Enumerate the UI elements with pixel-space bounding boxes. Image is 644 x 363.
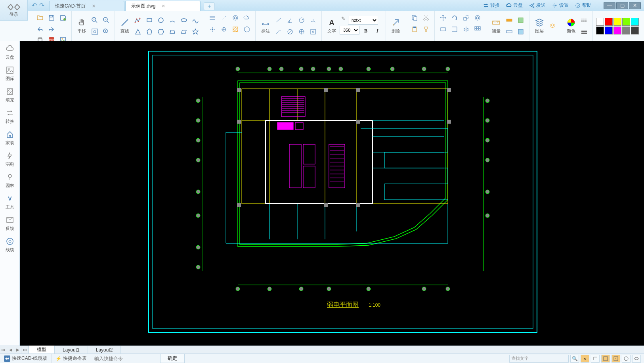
redo-button[interactable] xyxy=(46,24,57,34)
measure-id-icon[interactable] xyxy=(516,27,526,37)
polar-button[interactable] xyxy=(622,355,631,363)
close-icon[interactable]: × xyxy=(92,3,95,9)
color-white[interactable] xyxy=(596,18,604,26)
dim-radius-icon[interactable] xyxy=(296,15,307,25)
cut-button[interactable] xyxy=(421,13,431,23)
dim-ordinate-icon[interactable] xyxy=(296,27,307,37)
new-tab-button[interactable]: + xyxy=(204,2,215,10)
settings-button[interactable]: 设置 xyxy=(552,2,569,9)
layer-manager-icon[interactable] xyxy=(547,21,558,31)
sidebar-tools[interactable]: V工具 xyxy=(6,194,14,210)
send-button[interactable]: 发送 xyxy=(529,2,546,9)
measure-dist-icon[interactable] xyxy=(504,15,514,25)
save-button[interactable] xyxy=(46,13,57,23)
close-window-button[interactable]: ✕ xyxy=(629,2,641,9)
star-tool[interactable] xyxy=(190,27,201,37)
spline-tool[interactable] xyxy=(190,15,201,25)
help-button[interactable]: ? 帮助 xyxy=(575,2,592,9)
dim-arc-icon[interactable] xyxy=(308,15,318,25)
offset-button[interactable] xyxy=(472,13,483,23)
hexagon-tool[interactable] xyxy=(156,27,166,37)
drawing-canvas[interactable]: 弱电平面图 1:100 xyxy=(20,41,644,346)
arc-tool[interactable] xyxy=(167,15,178,25)
measure-area-icon[interactable] xyxy=(516,15,526,25)
leader-tool[interactable] xyxy=(273,27,284,37)
ellipse-tool[interactable] xyxy=(179,15,189,25)
xline-tool[interactable] xyxy=(207,13,218,23)
sidebar-fill[interactable]: 填充 xyxy=(6,87,14,103)
trim-button[interactable] xyxy=(438,24,448,34)
point-tool[interactable] xyxy=(207,24,218,34)
size-combo[interactable]: 350 xyxy=(340,26,359,34)
forward-button[interactable]: ↷ xyxy=(39,2,44,9)
sidebar-garden[interactable]: 园林 xyxy=(6,173,14,189)
sidebar-feedback[interactable]: 反馈 xyxy=(6,216,14,231)
measure-angle-icon[interactable] xyxy=(504,27,514,37)
tab-example-dwg[interactable]: 示例图.dwg × xyxy=(125,1,201,11)
maximize-button[interactable]: ▢ xyxy=(616,2,628,9)
polyline-tool[interactable] xyxy=(133,15,143,25)
color-black[interactable] xyxy=(596,27,604,34)
dimension-tool[interactable]: 标注 xyxy=(259,16,272,36)
color-yellow[interactable] xyxy=(613,18,621,26)
zoom-extents-button[interactable] xyxy=(90,27,100,37)
zoom-window-button[interactable]: + xyxy=(90,15,100,25)
linetype-icon[interactable] xyxy=(579,15,589,25)
color-cyan[interactable] xyxy=(631,18,639,26)
format-painter-button[interactable] xyxy=(421,24,431,34)
text-tool[interactable]: A 文字 xyxy=(325,16,338,36)
minimize-button[interactable]: — xyxy=(604,2,615,9)
measure-tool[interactable]: 测量 xyxy=(489,16,503,36)
array-button[interactable] xyxy=(472,24,483,34)
cloud-button[interactable]: 云盘 xyxy=(506,2,523,9)
layout2-tab[interactable]: Layout2 xyxy=(88,346,121,353)
lineweight-icon[interactable] xyxy=(579,27,589,37)
grid-button[interactable] xyxy=(601,355,610,363)
dim-linear-icon[interactable] xyxy=(273,15,284,25)
circle-tool[interactable] xyxy=(156,15,166,25)
saveas-button[interactable] xyxy=(58,13,68,23)
trapezoid-tool[interactable] xyxy=(167,27,178,37)
osnap-button[interactable] xyxy=(612,355,620,363)
close-icon[interactable]: × xyxy=(162,3,165,9)
rotate-button[interactable] xyxy=(449,13,460,23)
sidebar-elec[interactable]: 弱电 xyxy=(6,151,14,167)
sidebar-home[interactable]: 家装 xyxy=(6,130,14,146)
tab-next-button[interactable]: ▶ xyxy=(14,346,21,354)
pan-tool[interactable]: 平移 xyxy=(75,16,88,36)
search-button[interactable]: 🔍 xyxy=(570,355,579,363)
dim-angular-icon[interactable] xyxy=(285,15,295,25)
convert-button[interactable]: 转换 xyxy=(483,2,500,9)
sidebar-cable[interactable]: 线缆 xyxy=(6,237,14,253)
color-blue[interactable] xyxy=(605,27,613,34)
scale-button[interactable] xyxy=(461,13,471,23)
tab-first-button[interactable]: ⏮ xyxy=(0,346,7,354)
paste-button[interactable] xyxy=(409,24,420,34)
dimstyle-icon[interactable] xyxy=(308,27,318,37)
move-button[interactable] xyxy=(438,13,448,23)
rectangle-tool[interactable] xyxy=(144,15,155,25)
app-logo-login[interactable]: 登录 xyxy=(0,0,28,21)
color-green[interactable] xyxy=(622,18,630,26)
zoom-previous-button[interactable] xyxy=(101,27,111,37)
block-tool[interactable] xyxy=(242,24,252,34)
sidebar-gallery[interactable]: 图库 xyxy=(6,66,14,82)
extend-button[interactable] xyxy=(449,24,460,34)
color-darkgray[interactable] xyxy=(631,27,639,34)
back-button[interactable]: ↶ xyxy=(32,2,37,9)
copy-button[interactable] xyxy=(409,13,420,23)
ray-tool[interactable] xyxy=(219,13,229,23)
open-button[interactable] xyxy=(35,13,45,23)
sidebar-cloud[interactable]: 云盘 xyxy=(6,44,14,60)
confirm-button[interactable]: 确定 xyxy=(160,354,185,363)
bold-button[interactable]: B xyxy=(361,26,371,36)
pentagon-tool[interactable] xyxy=(144,27,155,37)
command-input[interactable] xyxy=(91,354,157,363)
undo-button[interactable] xyxy=(35,24,45,34)
dyn-button[interactable] xyxy=(632,355,641,363)
layer-tool[interactable]: 图层 xyxy=(533,16,546,36)
snap-button[interactable]: N xyxy=(581,355,589,363)
color-gray[interactable] xyxy=(622,27,630,34)
revcloud-tool[interactable] xyxy=(242,13,252,23)
triangle-tool[interactable] xyxy=(133,27,143,37)
